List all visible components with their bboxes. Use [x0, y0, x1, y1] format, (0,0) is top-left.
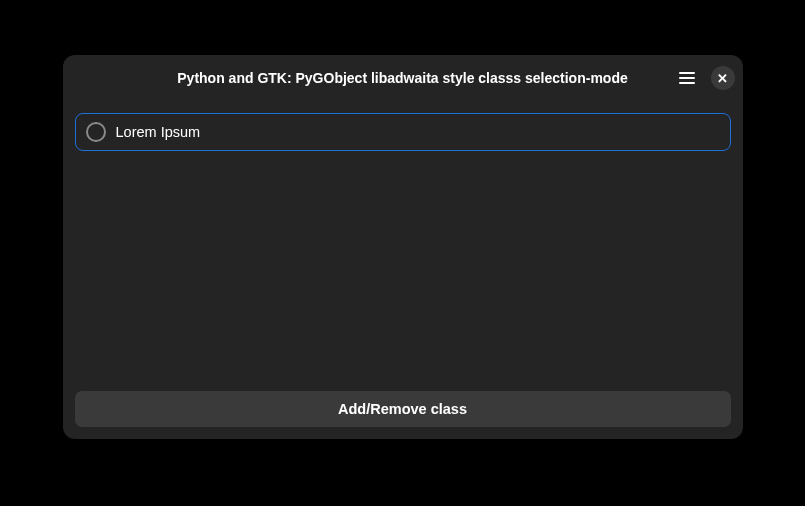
header-controls: ✕ — [675, 66, 735, 90]
spacer — [75, 151, 731, 391]
selection-row[interactable]: Lorem Ipsum — [75, 113, 731, 151]
hamburger-icon — [679, 72, 695, 84]
close-icon: ✕ — [717, 72, 728, 85]
application-window: Python and GTK: PyGObject libadwaita sty… — [63, 55, 743, 439]
header-bar: Python and GTK: PyGObject libadwaita sty… — [63, 55, 743, 101]
selection-checkbox[interactable] — [86, 122, 106, 142]
row-label: Lorem Ipsum — [116, 124, 201, 140]
add-remove-class-button[interactable]: Add/Remove class — [75, 391, 731, 427]
window-title: Python and GTK: PyGObject libadwaita sty… — [177, 70, 627, 86]
menu-button[interactable] — [675, 66, 699, 90]
content-area: Lorem Ipsum Add/Remove class — [63, 101, 743, 439]
close-button[interactable]: ✕ — [711, 66, 735, 90]
